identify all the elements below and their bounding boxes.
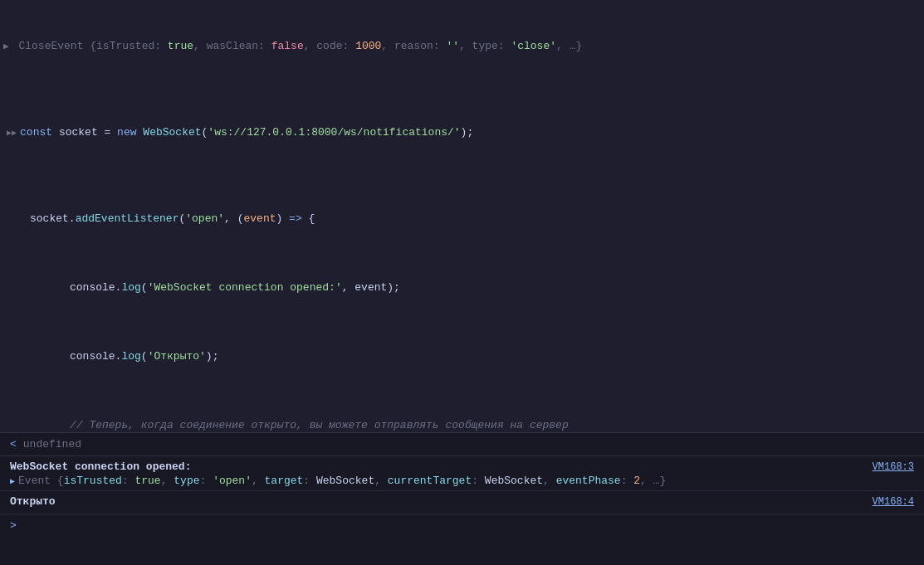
console-caret-icon: >: [10, 519, 17, 532]
close-event-text: CloseEvent {isTrusted: true, wasClean: f…: [12, 38, 583, 56]
console-source-link-1[interactable]: VM168:3: [873, 461, 914, 473]
console-log-line-1: WebSocket connection opened: VM168:3: [10, 460, 914, 473]
code-editor: ▶ CloseEvent {isTrusted: true, wasClean:…: [0, 0, 924, 432]
expand-icon-1[interactable]: ▶: [3, 40, 9, 55]
event-obj-text-1: Event {isTrusted: true, type: 'open', ta…: [18, 475, 666, 487]
code-line-addevent-open: socket.addEventListener('open', (event) …: [0, 211, 924, 228]
console-log-text-1: WebSocket connection opened:: [10, 460, 191, 473]
collapsed-line-1[interactable]: ▶ CloseEvent {isTrusted: true, wasClean:…: [0, 38, 924, 56]
event-triangle-icon[interactable]: ▶: [10, 476, 15, 486]
console-entry-2: Открыто VM168:4: [0, 491, 924, 514]
code-line-consolelog-open: console.log('WebSocket connection opened…: [0, 280, 924, 297]
console-arrow-icon: <: [10, 438, 17, 451]
code-line-consolelog-otkryto: console.log('Открыто');: [0, 348, 924, 366]
console-source-link-2[interactable]: VM168:4: [873, 496, 914, 508]
console-input-line[interactable]: >: [0, 514, 924, 537]
console-log-line-2: Открыто VM168:4: [10, 495, 914, 508]
console-panel: < undefined WebSocket connection opened:…: [0, 432, 924, 565]
console-event-expand-1[interactable]: ▶ Event {isTrusted: true, type: 'open', …: [10, 473, 666, 489]
code-comment-1: // Теперь, когда соединение открыто, вы …: [0, 417, 924, 432]
code-line-const: ▶ const socket = new WebSocket('ws://127…: [0, 124, 924, 142]
expand-icon-2[interactable]: ▶: [7, 127, 17, 140]
console-undefined-line: < undefined: [0, 433, 924, 456]
console-undefined-text: undefined: [23, 438, 81, 451]
console-log-text-2: Открыто: [10, 495, 56, 508]
console-entry-1: WebSocket connection opened: VM168:3 ▶ E…: [0, 456, 924, 491]
